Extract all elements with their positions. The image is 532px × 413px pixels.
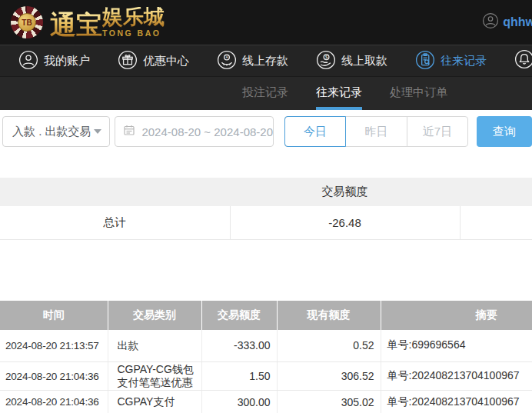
cell-time: 2024-08-20 21:13:57 [0,330,108,362]
quick-date-segmented-control: 今日 昨日 近7日 [284,116,468,147]
user-account-button[interactable]: qhhw [482,12,532,32]
account-user-icon [18,50,38,72]
nav-item-label: 优惠中心 [143,54,189,68]
transactions-header-row: 时间 交易类别 交易额度 现有额度 摘要 [0,301,532,330]
col-header-memo: 摘要 [381,301,532,330]
deposit-coin-hand-icon: ¥ [217,50,237,72]
summary-header-amount: 交易额度 [230,178,460,206]
tab-transaction-records[interactable]: 往来记录 [316,77,362,110]
cell-type: CGPAY-CG钱包支付笔笔送优惠 [108,362,201,391]
tab-label: 往来记录 [316,85,362,100]
date-range-value: 2024-08-20 ~ 2024-08-20 [141,125,273,138]
search-button[interactable]: 查询 [477,116,532,147]
cell-type: CGPAY支付 [108,391,201,413]
quick-filter-yesterday[interactable]: 昨日 [346,117,407,146]
nav-item-promotions[interactable]: 优惠中心 [118,50,189,72]
tab-label: 投注记录 [242,85,288,100]
nav-item-withdraw[interactable]: $ 线上取款 [316,50,387,72]
col-header-time: 时间 [0,301,108,330]
username-label: qhhw [503,15,532,29]
withdraw-money-hand-icon: $ [316,50,336,72]
casino-chip-logo-icon: TB [11,6,43,38]
cell-memo: 单号:202408213704100967 [381,391,532,413]
table-row: 2024-08-20 21:04:36 CGPAY支付 300.00 305.0… [0,391,532,413]
tab-betting-records[interactable]: 投注记录 [242,77,288,110]
transactions-section: 时间 交易类别 交易额度 现有额度 摘要 2024-08-20 21:13:57… [0,301,532,413]
brand-subtitle: TONG BAO [102,28,161,38]
col-header-amount: 交易额度 [201,301,277,330]
nav-item-label: 线上取款 [341,54,387,68]
tab-label: 处理中订单 [390,85,447,100]
summary-total-label: 总计 [0,206,230,239]
summary-header-row: 交易额度 [0,178,532,206]
chevron-down-icon [94,129,101,134]
cell-amount: -333.00 [201,330,277,362]
cell-time: 2024-08-20 21:04:36 [0,391,108,413]
nav-item-deposit[interactable]: ¥ 线上存款 [217,50,288,72]
chip-label: TB [18,13,36,32]
nav-item-label: 我的账户 [44,54,90,68]
nav-item-my-account[interactable]: 我的账户 [18,50,90,72]
main-navigation: 我的账户 优惠中心 ¥ 线上存款 $ [0,45,532,76]
brand-title-main: 通宝 [50,12,102,38]
date-range-input[interactable]: 2024-08-20 ~ 2024-08-20 [115,116,274,147]
quick-filter-last7days[interactable]: 近7日 [407,117,467,146]
table-row: 2024-08-20 21:13:57 出款 -333.00 0.52 单号:6… [0,330,532,362]
quick-filter-today[interactable]: 今日 [284,116,346,147]
cell-memo: 单号:202408213704100967 [381,362,532,391]
cell-amount: 300.00 [201,391,277,413]
gift-icon [118,50,138,72]
summary-total-row: 总计 -26.48 [0,206,532,239]
col-header-balance: 现有额度 [277,301,381,330]
user-avatar-icon [482,12,499,32]
cell-type: 出款 [108,330,201,362]
col-header-type: 交易类别 [108,301,201,330]
brand-title: 通宝 娱乐城 TONG BAO [50,7,165,38]
brand-title-secondary: 娱乐城 [102,7,165,28]
nav-item-label: 线上存款 [242,54,288,68]
calendar-icon [123,124,135,139]
nav-item-transaction-records[interactable]: 往来记录 [415,50,487,72]
top-header: TB 通宝 娱乐城 TONG BAO qhhw [0,0,532,45]
summary-total-value: -26.48 [230,206,460,239]
records-clipboard-icon [415,50,435,72]
nav-item-label: 往来记录 [441,54,487,68]
transaction-type-value: 入款 . 出款交易 [12,125,94,139]
filter-bar: 入款 . 出款交易 2024-08-20 ~ 2024-08-20 今日 昨日 … [0,110,532,147]
summary-section: 交易额度 总计 -26.48 [0,178,532,240]
records-tab-bar: 投注记录 往来记录 处理中订单 [0,76,532,110]
bell-icon [514,49,532,72]
cell-balance: 306.52 [277,362,381,391]
summary-header-empty [460,178,532,206]
transaction-type-select[interactable]: 入款 . 出款交易 [2,116,110,147]
table-row: 2024-08-20 21:04:36 CGPAY-CG钱包支付笔笔送优惠 1.… [0,362,532,391]
cell-balance: 305.02 [277,391,381,413]
summary-header-empty [0,178,230,206]
cell-balance: 0.52 [277,330,381,362]
cell-amount: 1.50 [201,362,277,391]
cell-memo: 单号:699696564 [381,330,532,362]
summary-empty-cell [460,206,532,239]
cell-time: 2024-08-20 21:04:36 [0,362,108,391]
tab-pending-orders[interactable]: 处理中订单 [390,77,447,110]
notifications-bell-button[interactable] [514,49,532,72]
